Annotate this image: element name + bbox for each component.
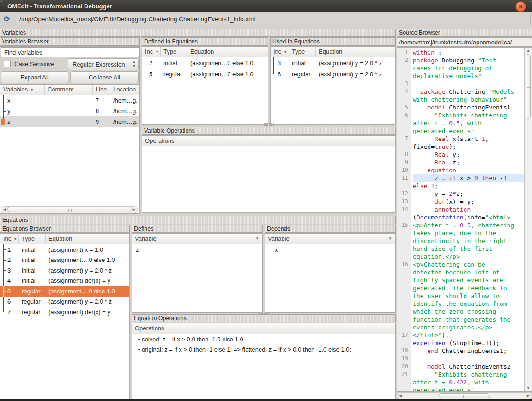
expand-all-button[interactable]: Expand All bbox=[1, 71, 68, 83]
scrollbar-thumb[interactable] bbox=[439, 393, 490, 398]
scroll-left-icon[interactable]: ◀ bbox=[3, 208, 6, 212]
variable-row-z[interactable]: z9/hom…g. bbox=[0, 116, 139, 127]
source-line-1: 1within ; bbox=[397, 49, 524, 56]
variable-row-x[interactable]: x7/hom…g. bbox=[0, 95, 139, 106]
splitter-handle[interactable] bbox=[264, 123, 274, 126]
depends-panel: Variable▼ x bbox=[265, 233, 396, 313]
variable-row-y[interactable]: y8/hom…g. bbox=[0, 106, 139, 116]
source-line-20: 20 model ChatteringEvents2 bbox=[397, 363, 524, 371]
variables-table-header: Variables▼CommentLineLocation bbox=[0, 85, 139, 95]
column-header-type[interactable]: Type bbox=[19, 234, 46, 244]
file-path-field[interactable]: /tmp/OpenModelica_marsj/OMEdit/Debugging… bbox=[16, 14, 531, 24]
equation-row-5[interactable]: 5regular(assignmen…0 else 1.0 bbox=[142, 68, 268, 79]
variables-dock-title: Variables bbox=[0, 29, 396, 37]
source-line-17: 17</html>"),experiment(StopTime=1)); bbox=[397, 331, 524, 347]
scrollbar-thumb[interactable] bbox=[526, 54, 531, 119]
source-line-6: 6 "Exhibits chatteringafter t = 0.5, wit… bbox=[397, 111, 524, 135]
source-code-lines: 1within ;2package Debugging "Testcases f… bbox=[397, 49, 524, 392]
defines-column-header[interactable]: Variable▼ bbox=[132, 234, 262, 244]
column-header-equation[interactable]: Equation bbox=[187, 47, 268, 57]
operation-row[interactable]: solved: z = if x > 0.0 then -1.0 else 1.… bbox=[132, 334, 395, 344]
source-browser-title: Source Browser bbox=[397, 29, 532, 37]
column-header-type[interactable]: Type bbox=[161, 47, 187, 57]
defines-row-z[interactable]: z bbox=[132, 244, 262, 255]
equation-row-4[interactable]: 4initial(assignment) der(x) = y bbox=[0, 276, 129, 286]
column-header-inc[interactable]: Inc▼ bbox=[0, 234, 19, 244]
source-line-2: 2package Debugging "Testcases for debugg… bbox=[397, 56, 524, 80]
address-bar: ⟳ /tmp/OpenModelica_marsj/OMEdit/Debuggi… bbox=[0, 12, 532, 26]
scrollbar-thumb[interactable] bbox=[7, 207, 131, 212]
equation-row-3[interactable]: 3initial(assignment) y = 2.0 * z bbox=[271, 57, 395, 68]
equation-row-3[interactable]: 3initial(assignment) y = 2.0 * z bbox=[0, 265, 129, 276]
equations-table-header: Inc▼TypeEquation bbox=[0, 234, 129, 244]
column-header-equation[interactable]: Equation bbox=[316, 47, 395, 57]
equation-row-2[interactable]: 2initial(assignmen…0 else 1.0 bbox=[142, 57, 268, 68]
column-header-inc[interactable]: Inc▼ bbox=[142, 47, 161, 57]
source-line-8: 8 Real y; bbox=[397, 151, 524, 158]
operation-row[interactable]: original: z = if x > 0 then -1 else 1; =… bbox=[132, 344, 395, 354]
depends-column-header[interactable]: Variable▼ bbox=[265, 234, 395, 244]
close-button[interactable]: ✕ bbox=[515, 1, 526, 12]
scroll-left-icon[interactable]: ◀ bbox=[399, 394, 402, 398]
defined-in-header: Inc▼TypeEquation bbox=[142, 47, 268, 57]
source-line-5: 5 model ChatteringEvents1 bbox=[397, 103, 524, 111]
used-in-header: Inc▼TypeEquation bbox=[271, 47, 395, 57]
title-bar[interactable]: OMEdit - Transformational Debugger ✕ bbox=[0, 0, 532, 12]
find-variables-input[interactable]: Find Variables bbox=[1, 47, 139, 57]
source-line-3: 3 bbox=[397, 80, 524, 88]
case-sensitive-label: Case Sensitive bbox=[14, 61, 54, 67]
variables-hscrollbar[interactable]: ◀ ▶ bbox=[1, 206, 138, 213]
used-in-equations-panel: Inc▼TypeEquation 3initial(assignment) y … bbox=[270, 46, 396, 125]
sort-icon: ▼ bbox=[30, 88, 34, 92]
equations-dock-title: Equations bbox=[0, 216, 396, 224]
equation-row-1[interactable]: 1initial(assignment) x = 1.0 bbox=[0, 244, 129, 255]
scroll-right-icon[interactable]: ▶ bbox=[527, 394, 530, 398]
variables-browser-title: Variables Browser bbox=[0, 37, 140, 46]
defines-title: Defines bbox=[132, 225, 263, 233]
column-header-inc[interactable]: Inc▼ bbox=[271, 47, 289, 57]
column-header-line[interactable]: Line bbox=[93, 85, 110, 95]
column-header-type[interactable]: Type bbox=[289, 47, 316, 57]
variable-operations-title: Variable Operations bbox=[142, 127, 396, 135]
equation-row-2[interactable]: 2initial(assignment….0 else 1.0 bbox=[0, 255, 129, 266]
column-header-equation[interactable]: Equation bbox=[46, 234, 129, 244]
source-line-15: 15<p>After t = 0.5, chatteringtakes plac… bbox=[397, 221, 524, 261]
depends-row-x[interactable]: x bbox=[265, 244, 395, 255]
depends-title: Depends bbox=[265, 225, 396, 233]
scroll-right-icon[interactable]: ▶ bbox=[133, 208, 135, 212]
column-header-location[interactable]: Location bbox=[110, 85, 139, 95]
source-line-14: 14 annotation(Documentation(info="<html> bbox=[397, 206, 524, 221]
equations-browser-panel: Inc▼TypeEquation 1initial(assignment) x … bbox=[0, 233, 130, 400]
source-code-view: 1within ;2package Debugging "Testcases f… bbox=[397, 47, 532, 392]
source-hscrollbar[interactable]: ◀ ▶ bbox=[397, 392, 532, 399]
spin-down-icon: ▼ bbox=[133, 64, 136, 68]
source-line-18: 18 end ChatteringEvents1; bbox=[397, 347, 524, 355]
variables-browser-panel: Find Variables Case Sensitive Regular Ex… bbox=[0, 46, 140, 214]
sort-icon: ▼ bbox=[255, 237, 259, 241]
equation-row-6[interactable]: 6regular(assignment) y = 2.0 * z bbox=[0, 297, 129, 307]
source-line-4: 4 package Chattering "Modelswith chatter… bbox=[397, 88, 524, 103]
scroll-down-icon[interactable]: ▼ bbox=[526, 386, 530, 390]
case-sensitive-checkbox[interactable] bbox=[4, 61, 11, 67]
column-header-variables[interactable]: Variables▼ bbox=[0, 85, 45, 95]
source-line-10: 10 equation bbox=[397, 166, 524, 174]
used-in-equations-title: Used In Equations bbox=[270, 37, 396, 46]
variable-operations-panel: Operations bbox=[142, 135, 396, 213]
spin-up-icon: ▲ bbox=[133, 60, 136, 64]
source-line-11: 11 z = if x > 0 then -1else 1; bbox=[397, 174, 524, 190]
search-scope-combobox[interactable]: Regular Expression ▲▼ bbox=[68, 58, 139, 70]
scroll-up-icon[interactable]: ▲ bbox=[526, 49, 530, 53]
omedit-debugger-window: OMEdit - Transformational Debugger ✕ ⟳ /… bbox=[0, 0, 532, 401]
column-header-comment[interactable]: Comment bbox=[45, 85, 93, 95]
operations-column-header[interactable]: Operations bbox=[132, 323, 395, 334]
reload-button[interactable]: ⟳ bbox=[0, 12, 14, 26]
equation-row-5[interactable]: 5regular(assignment….0 else 1.0 bbox=[0, 286, 129, 297]
equation-row-7[interactable]: 7regular(assignment) der(x) = y bbox=[0, 307, 129, 317]
equation-operations-panel: Operations solved: z = if x > 0.0 then -… bbox=[132, 323, 396, 400]
screen-edge bbox=[0, 399, 532, 401]
defined-in-equations-title: Defined In Equations bbox=[142, 37, 268, 46]
equation-row-6[interactable]: 6regular(assignment) y = 2.0 * z bbox=[271, 68, 395, 79]
source-vscrollbar[interactable]: ▲ ▼ bbox=[524, 48, 532, 391]
collapse-all-button[interactable]: Collapse All bbox=[70, 71, 139, 83]
operations-column-header[interactable]: Operations bbox=[142, 136, 395, 146]
